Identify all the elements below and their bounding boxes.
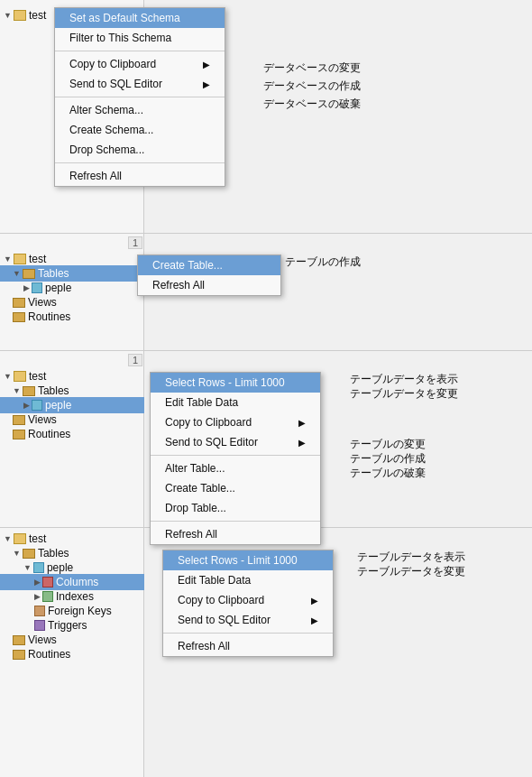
db-icon-4 xyxy=(14,533,26,544)
expand-icon-2 xyxy=(4,254,12,264)
badge-1: 1 xyxy=(128,236,142,249)
db-icon-2 xyxy=(14,254,26,264)
expand-icon-peple-3 xyxy=(23,401,30,410)
badge-2: 1 xyxy=(128,354,142,366)
folder-icon-routines-3 xyxy=(13,430,25,439)
menu2-create[interactable]: Create Table... xyxy=(138,255,280,275)
table-icon-peple-3 xyxy=(32,400,42,411)
tables-label-2: Tables xyxy=(38,267,69,280)
menu3-drop[interactable]: Drop Table... xyxy=(151,498,320,518)
views-label-4: Views xyxy=(28,634,57,646)
menu3-sql-arrow: ▶ xyxy=(298,438,306,448)
expand-icon-peple-4 xyxy=(23,563,32,572)
menu1-alter[interactable]: Alter Schema... xyxy=(55,100,225,120)
fk-label-4: Foreign Keys xyxy=(48,605,112,617)
folder-icon-tables-4 xyxy=(23,549,35,559)
expand-icon-tables-3 xyxy=(13,386,21,395)
menu3-select[interactable]: Select Rows - Limit 1000 xyxy=(151,373,320,393)
menu4-refresh[interactable]: Refresh All xyxy=(163,636,333,656)
divider-1 xyxy=(0,233,532,234)
jp-table-view-3: テーブルデータを表示 xyxy=(350,372,458,387)
col-icon-4 xyxy=(42,577,53,587)
menu3-copy-arrow: ▶ xyxy=(298,418,306,428)
trig-icon-4 xyxy=(34,620,45,631)
menu1-sql[interactable]: Send to SQL Editor ▶ xyxy=(55,74,225,94)
db-label-3: test xyxy=(29,370,46,383)
expand-icon-peple-2 xyxy=(23,283,30,292)
tree-routines-4[interactable]: Routines xyxy=(0,646,144,662)
menu4-sep xyxy=(163,633,333,634)
menu4-edit[interactable]: Edit Table Data xyxy=(163,570,333,590)
tables-context-menu: Create Table... Refresh All xyxy=(137,254,281,296)
folder-icon-views-3 xyxy=(13,415,25,425)
db-label-4: test xyxy=(29,532,46,545)
table-context-menu: Select Rows - Limit 1000 Edit Table Data… xyxy=(150,372,321,545)
expand-icon-tables-2 xyxy=(13,269,21,278)
peple-label-3: peple xyxy=(45,399,71,412)
table-icon-peple-2 xyxy=(32,282,42,293)
table-icon-peple-4 xyxy=(33,562,44,573)
folder-icon-tables-2 xyxy=(23,269,35,279)
db-icon-1 xyxy=(14,10,26,21)
menu1-drop[interactable]: Drop Schema... xyxy=(55,140,225,160)
expand-icon-tables-4 xyxy=(13,549,21,558)
divider-2 xyxy=(0,350,532,351)
expand-icon-3 xyxy=(4,372,12,381)
menu3-alter[interactable]: Alter Table... xyxy=(151,458,320,478)
routines-label-3: Routines xyxy=(28,428,70,440)
routines-label-2: Routines xyxy=(28,310,70,323)
menu3-edit[interactable]: Edit Table Data xyxy=(151,393,320,412)
menu1-create[interactable]: Create Schema... xyxy=(55,120,225,140)
menu2-refresh[interactable]: Refresh All xyxy=(138,275,280,295)
jp-table-edit-4: テーブルデータを変更 xyxy=(357,564,465,579)
menu1-sql-arrow: ▶ xyxy=(203,79,210,89)
views-label-2: Views xyxy=(28,296,57,309)
jp-table-create2: テーブルの作成 xyxy=(350,451,426,467)
menu1-filter[interactable]: Filter to This Schema xyxy=(55,28,225,48)
menu3-refresh[interactable]: Refresh All xyxy=(151,524,320,544)
menu4-copy-arrow: ▶ xyxy=(311,596,318,606)
menu4-select[interactable]: Select Rows - Limit 1000 xyxy=(163,550,333,570)
expand-icon-4 xyxy=(4,534,12,543)
columns-context-menu: Select Rows - Limit 1000 Edit Table Data… xyxy=(162,550,334,657)
folder-icon-tables-3 xyxy=(23,386,35,396)
columns-label-4: Columns xyxy=(56,576,98,588)
menu3-copy[interactable]: Copy to Clipboard ▶ xyxy=(151,412,320,432)
tree-routines-2[interactable]: Routines xyxy=(0,309,144,325)
peple-label-2: peple xyxy=(45,282,71,294)
menu3-sql[interactable]: Send to SQL Editor ▶ xyxy=(151,432,320,452)
indexes-label-4: Indexes xyxy=(56,590,94,603)
folder-icon-views-2 xyxy=(13,298,25,308)
fk-icon-4 xyxy=(34,606,45,616)
expand-icon-idx-4 xyxy=(34,592,41,601)
peple-label-4: peple xyxy=(47,561,73,574)
jp-db-drop: データベースの破棄 xyxy=(263,97,361,112)
tree-routines-3[interactable]: Routines xyxy=(0,426,144,442)
folder-icon-routines-2 xyxy=(13,312,25,322)
menu3-sep1 xyxy=(151,455,320,456)
menu4-sql[interactable]: Send to SQL Editor ▶ xyxy=(163,610,333,630)
menu4-copy[interactable]: Copy to Clipboard ▶ xyxy=(163,590,333,610)
menu1-sep3 xyxy=(55,162,225,163)
db-icon-3 xyxy=(14,371,26,382)
menu4-sql-arrow: ▶ xyxy=(311,615,318,625)
expand-icon-1 xyxy=(4,11,12,20)
folder-icon-views-4 xyxy=(13,635,25,645)
jp-table-drop: テーブルの破棄 xyxy=(350,466,426,481)
db-label-2: test xyxy=(29,253,46,265)
jp-table-edit-3: テーブルデータを変更 xyxy=(350,386,458,402)
expand-icon-cols-4 xyxy=(34,578,41,587)
triggers-label-4: Triggers xyxy=(48,619,87,632)
jp-table-create: テーブルの作成 xyxy=(285,254,361,270)
menu3-create[interactable]: Create Table... xyxy=(151,478,320,498)
jp-db-change: データベースの変更 xyxy=(263,60,361,76)
idx-icon-4 xyxy=(42,591,53,602)
menu1-sep1 xyxy=(55,51,225,51)
views-label-3: Views xyxy=(28,413,57,426)
menu1-copy[interactable]: Copy to Clipboard ▶ xyxy=(55,54,225,74)
jp-table-change: テーブルの変更 xyxy=(350,437,426,452)
tables-label-3: Tables xyxy=(38,384,69,397)
menu1-set-default[interactable]: Set as Default Schema xyxy=(55,8,225,28)
db-label-1: test xyxy=(29,9,46,22)
menu1-refresh[interactable]: Refresh All xyxy=(55,166,225,186)
